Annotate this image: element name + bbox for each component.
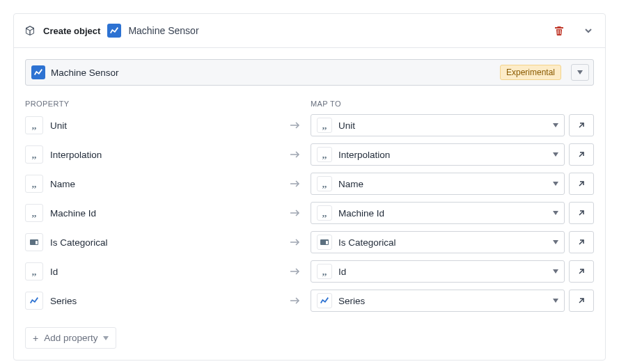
string-type-icon: ,,: [322, 180, 327, 189]
experimental-badge: Experimental: [500, 65, 561, 80]
arrow-up-right-icon: [577, 237, 586, 247]
header-subtitle: Machine Sensor: [128, 25, 198, 36]
property-cell: ,,Id: [25, 262, 311, 280]
property-type-icon-box: ,,: [25, 204, 43, 222]
open-external-button[interactable]: [569, 290, 594, 312]
map-to-label: Is Categorical: [338, 237, 553, 248]
property-name: Interpolation: [50, 150, 290, 160]
string-type-icon: ,,: [32, 180, 37, 189]
property-type-icon-box: ,,: [25, 262, 43, 280]
property-cell: ,,Interpolation: [25, 145, 311, 164]
svg-line-7: [579, 211, 583, 215]
map-cell: ,,Machine Id: [311, 202, 594, 224]
property-type-icon-box: [25, 292, 43, 310]
property-row: ,,Machine Id,,Machine Id: [25, 202, 594, 224]
caret-down-icon: [553, 299, 558, 303]
add-property-button[interactable]: + Add property: [25, 327, 116, 349]
caret-down-icon: [553, 152, 558, 157]
arrow-up-right-icon: [577, 296, 586, 306]
map-to-select[interactable]: ,,Unit: [311, 114, 565, 136]
property-name: Unit: [50, 120, 290, 131]
open-external-button[interactable]: [569, 143, 594, 166]
map-to-select[interactable]: Series: [311, 290, 565, 312]
chart-icon: [107, 24, 121, 38]
property-cell: ,,Name: [25, 175, 311, 193]
string-type-icon: ,,: [32, 150, 37, 159]
chevron-down-icon: [584, 26, 593, 35]
map-cell: ,,Unit: [311, 114, 594, 136]
arrow-icon: [290, 296, 311, 305]
caret-down-icon: [553, 269, 558, 274]
arrow-up-right-icon: [577, 150, 586, 159]
property-cell: Series: [25, 292, 311, 310]
caret-down-icon: [553, 211, 558, 215]
create-object-card: Create object Machine Sensor Machine Sen…: [13, 13, 606, 361]
arrow-icon: [290, 180, 311, 188]
property-row: Is CategoricalIs Categorical: [25, 231, 594, 253]
caret-down-icon: [577, 70, 583, 74]
arrow-up-right-icon: [577, 267, 586, 276]
map-to-select[interactable]: ,,Id: [311, 260, 565, 283]
map-to-select[interactable]: ,,Name: [311, 173, 565, 195]
entity-dropdown-button[interactable]: [571, 64, 589, 81]
open-external-button[interactable]: [569, 114, 594, 136]
columns-header: PROPERTY MAP TO: [25, 98, 594, 109]
delete-button[interactable]: [549, 21, 569, 40]
map-to-select[interactable]: ,,Machine Id: [311, 202, 565, 224]
map-to-label: Name: [338, 179, 553, 189]
map-cell: ,,Name: [311, 173, 594, 195]
property-row: SeriesSeries: [25, 290, 594, 312]
card-header: Create object Machine Sensor: [14, 14, 605, 48]
column-header-mapto: MAP TO: [311, 100, 341, 108]
map-cell: Is Categorical: [311, 231, 594, 253]
open-external-button[interactable]: [569, 231, 594, 253]
string-type-icon: ,,: [32, 267, 37, 276]
map-to-label: Interpolation: [338, 150, 553, 160]
map-cell: ,,Id: [311, 260, 594, 283]
open-external-button[interactable]: [569, 202, 594, 224]
arrow-icon: [290, 267, 311, 276]
arrow-icon: [290, 238, 311, 246]
page-title: Create object: [43, 26, 100, 36]
chart-type-icon: [29, 296, 39, 306]
map-to-type-icon-box: [317, 293, 332, 308]
arrow-icon: [290, 209, 311, 217]
header-title-group: Create object Machine Sensor: [24, 24, 542, 38]
property-cell: ,,Machine Id: [25, 204, 311, 222]
caret-down-icon: [553, 182, 558, 186]
string-type-icon: ,,: [322, 267, 327, 276]
map-to-type-icon-box: ,,: [317, 147, 332, 162]
arrow-icon: [290, 150, 311, 159]
property-cell: ,,Unit: [25, 116, 311, 134]
boolean-type-icon: [320, 239, 329, 245]
map-to-select[interactable]: ,,Interpolation: [311, 143, 565, 166]
open-external-button[interactable]: [569, 260, 594, 283]
open-external-button[interactable]: [569, 173, 594, 195]
svg-line-13: [579, 299, 583, 303]
map-to-type-icon-box: ,,: [317, 205, 332, 221]
chart-icon: [31, 65, 45, 79]
card-body: Machine Sensor Experimental PROPERTY MAP…: [14, 48, 605, 360]
chart-type-icon: [320, 296, 329, 306]
string-type-icon: ,,: [32, 121, 37, 130]
map-to-label: Id: [338, 267, 553, 277]
map-to-type-icon-box: ,,: [317, 176, 332, 191]
map-to-select[interactable]: Is Categorical: [311, 231, 565, 253]
caret-down-icon: [103, 336, 109, 340]
property-row: ,,Unit,,Unit: [25, 114, 594, 136]
entity-bar: Machine Sensor Experimental: [25, 59, 594, 86]
property-name: Is Categorical: [50, 237, 290, 248]
property-type-icon-box: ,,: [25, 175, 43, 193]
map-to-type-icon-box: [317, 235, 332, 250]
property-name: Name: [50, 179, 290, 189]
property-type-icon-box: ,,: [25, 116, 43, 134]
caret-down-icon: [553, 123, 558, 127]
map-to-label: Machine Id: [338, 208, 553, 219]
map-to-type-icon-box: ,,: [317, 118, 332, 133]
arrow-up-right-icon: [577, 208, 586, 218]
svg-line-5: [579, 182, 583, 186]
collapse-button[interactable]: [581, 21, 595, 40]
add-property-label: Add property: [44, 333, 97, 343]
string-type-icon: ,,: [322, 121, 327, 130]
property-name: Series: [50, 296, 290, 306]
